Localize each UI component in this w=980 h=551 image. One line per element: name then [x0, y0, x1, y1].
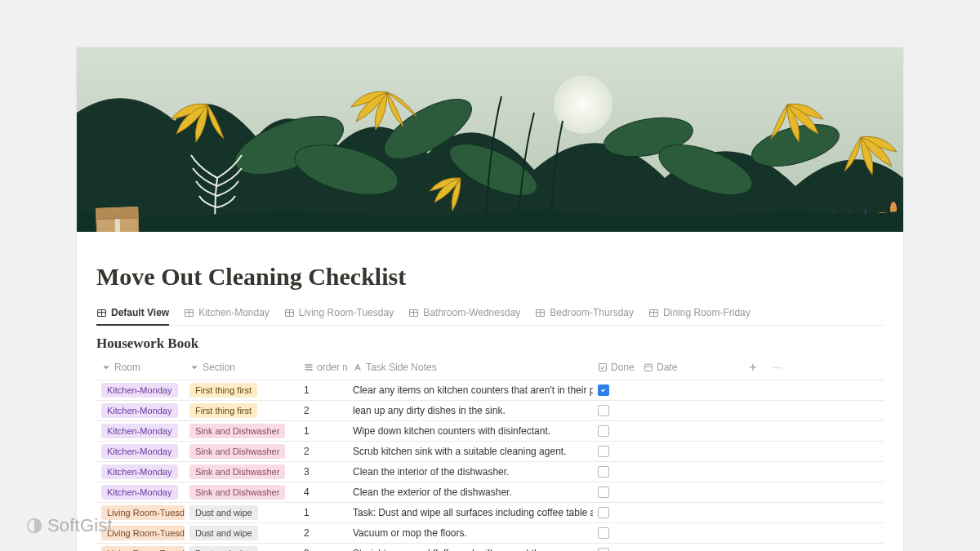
cell-room[interactable]: Kitchen-Monday	[96, 421, 185, 441]
room-tag: Kitchen-Monday	[101, 485, 178, 500]
cell-section[interactable]: Sink and Dishwasher	[185, 421, 299, 441]
table-icon	[184, 308, 194, 318]
table-row[interactable]: Living Room-TuesdayDust and wipe2Vacuum …	[96, 523, 884, 544]
table-row[interactable]: Living Room-TuesdayDust and wipe1Task: D…	[96, 503, 884, 523]
tab-default-view[interactable]: Default View	[96, 302, 169, 326]
col-room[interactable]: Room	[96, 360, 185, 375]
checkbox[interactable]	[598, 446, 609, 457]
section-tag: Dust and wipe	[189, 505, 258, 520]
checkbox[interactable]	[598, 487, 609, 498]
table-row[interactable]: Living Room-TuesdayDust and wipe3Straigh…	[96, 544, 884, 551]
cell-date[interactable]	[639, 510, 737, 515]
cell-room[interactable]: Living Room-Tuesday	[96, 544, 185, 551]
table-row[interactable]: Kitchen-MondaySink and Dishwasher4Clean …	[96, 482, 884, 503]
cell-done[interactable]	[593, 545, 639, 551]
checkbox[interactable]	[598, 548, 609, 551]
select-icon	[189, 362, 199, 372]
checkbox[interactable]	[598, 425, 609, 437]
cell-room[interactable]: Kitchen-Monday	[96, 401, 185, 420]
table-body: Kitchen-MondayFirst thing first1Clear an…	[96, 380, 884, 551]
cell-date[interactable]	[639, 490, 737, 495]
cell-notes[interactable]: Clean the exterior of the dishwasher.	[348, 484, 593, 500]
table-row[interactable]: Kitchen-MondaySink and Dishwasher2Scrub …	[96, 442, 884, 462]
more-columns-button[interactable]: ···	[769, 360, 786, 375]
table-row[interactable]: Kitchen-MondaySink and Dishwasher3Clean …	[96, 462, 884, 482]
table-row[interactable]: Kitchen-MondayFirst thing first1Clear an…	[96, 380, 884, 401]
col-notes[interactable]: Task Side Notes	[348, 360, 593, 375]
cell-order[interactable]: 1	[299, 423, 348, 439]
cell-room[interactable]: Kitchen-Monday	[96, 380, 185, 400]
add-column-button[interactable]: +	[737, 358, 769, 376]
checkbox[interactable]	[598, 405, 609, 416]
brand-icon	[26, 518, 42, 534]
cell-done[interactable]	[593, 464, 639, 480]
cell-section[interactable]: Sink and Dishwasher	[185, 482, 299, 502]
cell-done[interactable]	[593, 443, 639, 460]
cell-section[interactable]: Dust and wipe	[185, 523, 299, 543]
cell-notes[interactable]: lean up any dirty dishes in the sink.	[348, 402, 593, 419]
cell-order[interactable]: 4	[299, 484, 348, 500]
cell-room[interactable]: Kitchen-Monday	[96, 482, 185, 502]
page-content: Move Out Cleaning Checklist Default View…	[77, 232, 903, 551]
cell-notes[interactable]: Vacuum or mop the floors.	[348, 525, 593, 541]
svg-rect-34	[305, 367, 313, 368]
cell-done[interactable]	[593, 382, 639, 398]
svg-rect-35	[305, 369, 313, 371]
page-icon[interactable]	[96, 207, 139, 232]
cell-notes[interactable]: Straighten up and fluff couch pillows an…	[348, 545, 593, 551]
cell-done[interactable]	[593, 484, 639, 500]
cell-order[interactable]: 2	[299, 402, 348, 419]
cell-notes[interactable]: Task: Dust and wipe all surfaces includi…	[348, 504, 593, 521]
cell-date[interactable]	[639, 449, 737, 454]
page-title[interactable]: Move Out Cleaning Checklist	[96, 263, 884, 291]
cell-date[interactable]	[639, 531, 737, 535]
cell-section[interactable]: First thing first	[185, 380, 299, 400]
col-section[interactable]: Section	[185, 360, 299, 375]
checkbox[interactable]	[598, 466, 609, 478]
cell-order[interactable]: 3	[299, 545, 348, 551]
cell-date[interactable]	[639, 469, 737, 474]
cell-section[interactable]: Sink and Dishwasher	[185, 442, 299, 461]
cell-room[interactable]: Kitchen-Monday	[96, 462, 185, 482]
table-row[interactable]: Kitchen-MondaySink and Dishwasher1Wipe d…	[96, 421, 884, 442]
svg-rect-33	[305, 364, 313, 366]
cell-section[interactable]: First thing first	[185, 401, 299, 420]
cell-done[interactable]	[593, 402, 639, 419]
checkbox[interactable]	[598, 507, 609, 518]
cell-done[interactable]	[593, 525, 639, 541]
cell-section[interactable]: Sink and Dishwasher	[185, 462, 299, 482]
cell-notes[interactable]: Wipe down kitchen counters with disinfec…	[348, 423, 593, 439]
cell-order[interactable]: 2	[299, 525, 348, 541]
tab-kitchen-monday[interactable]: Kitchen-Monday	[184, 302, 270, 326]
col-date[interactable]: Date	[639, 360, 737, 375]
tab-bathroom-wednesday[interactable]: Bathroom-Wednesday	[408, 302, 520, 326]
table: Room Section order no. Task Side Notes	[96, 355, 884, 551]
database-title[interactable]: Housework Book	[96, 335, 884, 352]
table-row[interactable]: Kitchen-MondayFirst thing first2lean up …	[96, 401, 884, 421]
cell-section[interactable]: Dust and wipe	[185, 544, 299, 551]
tab-living-room-tuesday[interactable]: Living Room-Tuesday	[284, 302, 394, 326]
cell-notes[interactable]: Scrub kitchen sink with a suitable clean…	[348, 443, 593, 460]
cell-order[interactable]: 3	[299, 464, 348, 480]
cell-date[interactable]	[639, 429, 737, 433]
checkbox[interactable]	[598, 527, 609, 539]
cell-order[interactable]: 1	[299, 504, 348, 521]
checkbox[interactable]	[598, 384, 609, 396]
cell-date[interactable]	[639, 388, 737, 393]
col-done[interactable]: Done	[593, 360, 639, 375]
cell-order[interactable]: 1	[299, 382, 348, 398]
cell-notes[interactable]: Clean the interior of the dishwasher.	[348, 464, 593, 480]
tab-bedroom-thursday[interactable]: Bedroom-Thursday	[535, 302, 634, 326]
table-header: Room Section order no. Task Side Notes	[96, 355, 884, 380]
tab-dining-room-friday[interactable]: Dining Room-Friday	[648, 302, 751, 326]
room-tag: Kitchen-Monday	[101, 383, 178, 398]
cell-notes[interactable]: Clear any items on kitchen counters that…	[348, 382, 593, 398]
cell-done[interactable]	[593, 504, 639, 521]
col-order[interactable]: order no.	[299, 360, 348, 375]
cell-room[interactable]: Kitchen-Monday	[96, 442, 185, 461]
cell-order[interactable]: 2	[299, 443, 348, 460]
text-icon	[353, 362, 363, 372]
cell-section[interactable]: Dust and wipe	[185, 503, 299, 522]
cell-date[interactable]	[639, 408, 737, 413]
cell-done[interactable]	[593, 423, 639, 439]
